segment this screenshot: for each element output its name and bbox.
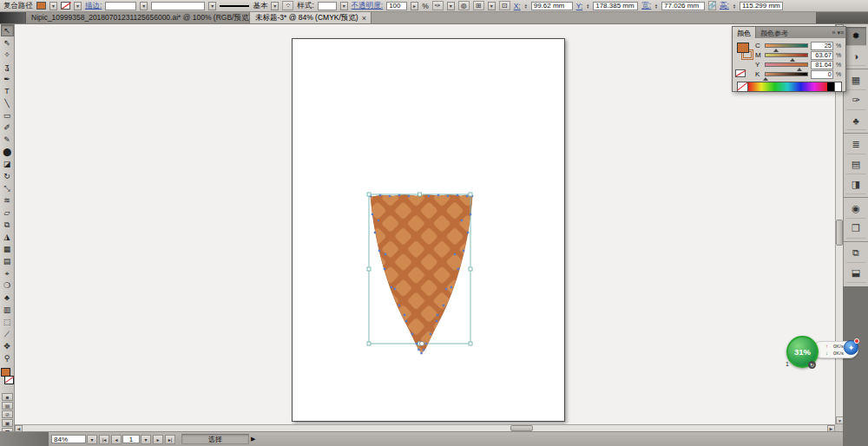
yellow-slider[interactable]: [765, 62, 808, 67]
align-dropdown-icon[interactable]: ▾: [488, 2, 496, 10]
graphic-styles-panel-icon[interactable]: ❒: [846, 220, 866, 239]
gradient-tool-icon[interactable]: ▤: [1, 255, 14, 267]
line-segment-tool-icon[interactable]: ╲: [1, 97, 14, 109]
width-spinner[interactable]: ▲▼: [654, 3, 658, 9]
width-profile-dropdown-icon[interactable]: ▾: [208, 2, 216, 10]
x-spinner[interactable]: ▲▼: [524, 3, 528, 9]
scale-tool-icon[interactable]: ⤡: [1, 182, 14, 194]
drawing-mode-button[interactable]: ▣: [2, 419, 13, 427]
gradient-panel-icon[interactable]: ▤: [846, 155, 866, 174]
quick-apply-icon[interactable]: ⁘: [282, 1, 293, 10]
vertical-scroll-thumb[interactable]: [836, 220, 843, 246]
width-label[interactable]: 宽:: [641, 1, 651, 11]
height-field[interactable]: 115.299 mm: [740, 2, 783, 10]
spectrum-white-swatch[interactable]: [834, 82, 841, 91]
appearance-panel-icon[interactable]: ◉: [846, 200, 866, 219]
zoom-level-field[interactable]: 84%: [51, 435, 86, 443]
stroke-dropdown-icon[interactable]: ▾: [74, 2, 82, 10]
panel-menu-icon[interactable]: ▾≡: [837, 30, 844, 36]
hand-tool-icon[interactable]: ✥: [1, 340, 14, 352]
opacity-dropdown-icon[interactable]: ▸: [411, 2, 418, 10]
first-artboard-icon[interactable]: |◂: [99, 435, 109, 444]
tab-color-guide[interactable]: 颜色参考: [756, 27, 792, 38]
magenta-value-field[interactable]: 63.67: [811, 51, 833, 60]
panel-fill-stroke-indicator[interactable]: [737, 43, 754, 62]
fill-stroke-indicator[interactable]: [1, 368, 14, 390]
slice-tool-icon[interactable]: ⟋: [1, 328, 14, 340]
rotate-tool-icon[interactable]: ↻: [1, 170, 14, 182]
shape-builder-tool-icon[interactable]: ⧉: [1, 219, 14, 231]
magenta-slider[interactable]: [765, 53, 808, 57]
stroke-weight-dropdown-icon[interactable]: ▾: [140, 2, 148, 10]
style-dropdown-icon[interactable]: ▾: [340, 2, 348, 10]
height-label[interactable]: 高:: [720, 1, 729, 11]
style-field[interactable]: [318, 2, 337, 10]
rectangle-tool-icon[interactable]: ▭: [1, 109, 14, 121]
zoom-dropdown-icon[interactable]: ▾: [87, 435, 97, 444]
panel-collapse-icon[interactable]: »: [832, 30, 835, 36]
black-value-field[interactable]: 0: [811, 70, 833, 79]
layers-panel-icon[interactable]: ⧉: [846, 244, 866, 263]
paintbrush-tool-icon[interactable]: ✐: [1, 121, 14, 134]
prev-artboard-icon[interactable]: ◂: [111, 435, 122, 444]
height-spinner[interactable]: ▲▼: [733, 3, 736, 9]
gradient-mode-button[interactable]: ▤: [2, 402, 13, 410]
blob-brush-tool-icon[interactable]: ⬤: [1, 146, 14, 158]
color-guide-panel-icon[interactable]: ◑: [846, 47, 866, 66]
type-tool-icon[interactable]: T: [1, 85, 14, 97]
column-graph-tool-icon[interactable]: ▥: [1, 304, 14, 316]
horizontal-scrollbar[interactable]: ◀ ▶: [15, 424, 835, 431]
lasso-tool-icon[interactable]: ʓ: [1, 61, 14, 73]
artboard-dropdown-icon[interactable]: ▾: [141, 435, 151, 444]
brush-name[interactable]: 基本: [253, 1, 267, 11]
direct-selection-tool-icon[interactable]: ⇖: [1, 36, 14, 49]
brush-dropdown-icon[interactable]: ▾: [271, 2, 279, 10]
blend-tool-icon[interactable]: ❍: [1, 279, 14, 292]
opacity-label[interactable]: 不透明度:: [352, 1, 383, 11]
cyan-slider[interactable]: [765, 43, 808, 48]
y-spinner[interactable]: ▲▼: [586, 3, 589, 9]
graphic-style-icon[interactable]: ✑: [432, 1, 444, 10]
spectrum-ramp[interactable]: [748, 82, 827, 91]
free-transform-tool-icon[interactable]: ▱: [1, 207, 14, 219]
eyedropper-tool-icon[interactable]: ⌖: [1, 267, 14, 279]
cone-shape[interactable]: [371, 195, 472, 352]
waffle-cone-artwork[interactable]: [365, 185, 479, 360]
x-field[interactable]: 99.62 mm: [531, 2, 573, 10]
artboards-panel-icon[interactable]: ⬓: [846, 264, 866, 283]
width-tool-icon[interactable]: ≋: [1, 194, 14, 207]
zoom-tool-icon[interactable]: ⚲: [1, 352, 14, 364]
selection-tool-icon[interactable]: ↖: [1, 24, 14, 36]
next-artboard-icon[interactable]: ▸: [153, 435, 163, 444]
refresh-icon[interactable]: ↻: [808, 361, 816, 369]
artboard-tool-icon[interactable]: ⬚: [1, 316, 14, 328]
stroke-swatch[interactable]: [61, 2, 70, 10]
perspective-grid-tool-icon[interactable]: ◮: [1, 231, 14, 243]
mesh-tool-icon[interactable]: ▦: [1, 243, 14, 255]
spectrum-none-swatch[interactable]: [738, 82, 748, 91]
width-field[interactable]: 77.026 mm: [661, 2, 705, 10]
stroke-weight-label[interactable]: 描边:: [85, 1, 102, 11]
horizontal-scroll-thumb[interactable]: [510, 425, 533, 431]
color-panel-icon[interactable]: ✹: [846, 27, 866, 46]
align-icon[interactable]: ⊞: [473, 1, 484, 10]
symbol-sprayer-tool-icon[interactable]: ♣: [1, 292, 14, 304]
link-dimensions-icon[interactable]: 🔗: [708, 1, 716, 10]
swatches-panel-icon[interactable]: ▦: [846, 71, 866, 90]
last-artboard-icon[interactable]: ▸|: [165, 435, 175, 444]
opacity-field[interactable]: 100: [386, 2, 407, 10]
artboard-number-field[interactable]: 1: [122, 435, 140, 443]
pencil-tool-icon[interactable]: ✎: [1, 134, 14, 146]
yellow-value-field[interactable]: 81.64: [811, 61, 833, 69]
stroke-panel-icon[interactable]: ≣: [846, 135, 866, 154]
y-field[interactable]: 178.385 mm: [593, 2, 638, 10]
fill-dropdown-icon[interactable]: ▾: [49, 2, 57, 10]
pen-tool-icon[interactable]: ✒: [1, 73, 14, 85]
tab-color[interactable]: 颜色: [733, 27, 756, 38]
cyan-value-field[interactable]: 25: [811, 42, 833, 50]
transform-icon[interactable]: ⊡: [499, 1, 510, 10]
status-flyout-icon[interactable]: ▶: [251, 436, 255, 443]
spectrum-black-swatch[interactable]: [827, 82, 834, 91]
stroke-weight-field[interactable]: [105, 2, 136, 10]
symbols-panel-icon[interactable]: ♣: [846, 111, 866, 130]
